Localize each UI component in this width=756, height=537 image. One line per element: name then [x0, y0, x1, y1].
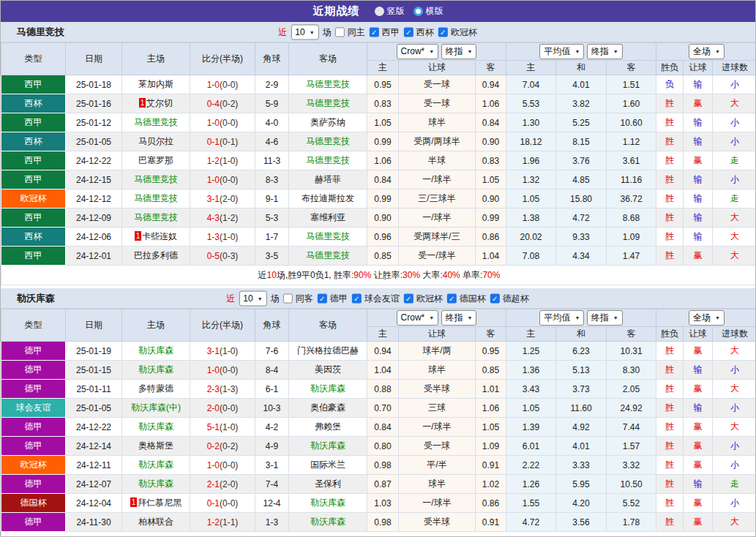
radio-icon[interactable] — [413, 7, 423, 16]
home-team-link[interactable]: 勒沃库森 — [122, 475, 190, 494]
home-team-link[interactable]: 马德里竞技 — [122, 209, 190, 228]
away-team-link[interactable]: 勒沃库森 — [289, 380, 367, 399]
home-team-link[interactable]: 马贝尔拉 — [122, 132, 190, 151]
score-link[interactable]: 1-2(1-0) — [190, 151, 255, 170]
view-mode-radio-vertical[interactable]: 竖版 — [375, 5, 405, 18]
home-team-link[interactable]: 莱加内斯 — [122, 75, 190, 94]
avg-odds-select[interactable]: 平均值▼ — [539, 44, 584, 59]
away-team-link[interactable]: 美因茨 — [289, 361, 367, 380]
league-filter-checkbox[interactable]: ✓ — [447, 293, 457, 303]
away-team-link[interactable]: 赫塔菲 — [289, 170, 367, 189]
away-team-link[interactable]: 门兴格拉德巴赫 — [289, 342, 367, 361]
away-team-link[interactable]: 布拉迪斯拉发 — [289, 189, 367, 209]
score-link[interactable]: 5-1(1-0) — [190, 418, 255, 437]
away-team-link[interactable]: 马德里竞技 — [289, 247, 367, 266]
result-scope-group: 全场▼ — [656, 309, 756, 327]
score-link[interactable]: 2-0(0-0) — [190, 399, 255, 418]
score-link[interactable]: 1-0(0-0) — [190, 456, 255, 475]
away-team-link[interactable]: 勒沃库森 — [289, 513, 367, 532]
score-link[interactable]: 2-3(1-3) — [190, 380, 255, 399]
score-link[interactable]: 2-1(2-0) — [190, 475, 255, 494]
match-row: 球会友谊 25-01-05 勒沃库森(中) 2-0(0-0) 10-3 奥伯豪森… — [1, 399, 756, 418]
score-link[interactable]: 1-0(0-0) — [190, 361, 255, 380]
chevron-down-icon: ▼ — [715, 315, 720, 320]
home-team-link[interactable]: 勒沃库森 — [122, 418, 190, 437]
odds-stage-select[interactable]: 终指▼ — [441, 44, 477, 59]
score-link[interactable]: 3-1(2-0) — [190, 189, 255, 209]
league-filter-checkbox[interactable]: ✓ — [404, 293, 413, 303]
score-link[interactable]: 0-5(0-3) — [190, 247, 255, 266]
away-team-link[interactable]: 马德里竞技 — [289, 228, 367, 247]
score-link[interactable]: 1-0(0-0) — [190, 75, 255, 94]
team-text: 巴塞罗那 — [138, 155, 173, 165]
league-filter-checkbox[interactable]: ✓ — [404, 27, 413, 37]
view-mode-radio-horizontal[interactable]: 横版 — [413, 5, 444, 18]
score-link[interactable]: 4-3(1-2) — [190, 209, 255, 228]
score-link[interactable]: 1-0(0-0) — [190, 170, 255, 189]
away-team-link[interactable]: 马德里竞技 — [289, 94, 367, 113]
league-filter-checkbox[interactable]: ✓ — [490, 293, 500, 303]
away-team-link[interactable]: 国际米兰 — [289, 456, 367, 475]
score-link[interactable]: 0-1(0-0) — [190, 494, 255, 513]
away-team-link[interactable]: 奥伯豪森 — [289, 399, 367, 418]
home-team-link[interactable]: 柏林联合 — [122, 513, 190, 532]
avg-draw-odds: 8.15 — [556, 132, 607, 151]
scope-select[interactable]: 全场▼ — [689, 44, 725, 59]
home-team-link[interactable]: 勒沃库森 — [122, 456, 190, 475]
recent-count-select[interactable]: 10▼ — [291, 24, 318, 40]
result-winloss: 胜 — [656, 247, 684, 266]
away-team-link[interactable]: 勒沃库森 — [289, 437, 367, 456]
avg-odds-select[interactable]: 平均值▼ — [539, 310, 584, 326]
odds-provider-select[interactable]: Crow*▼ — [397, 310, 439, 326]
away-team-link[interactable]: 马德里竞技 — [289, 151, 367, 170]
match-row: 德甲 24-12-07 勒沃库森 2-1(2-0) 7-4 圣保利 0.87 球… — [1, 475, 756, 494]
avg-stage-select[interactable]: 终指▼ — [587, 44, 623, 59]
venue-filter-checkbox[interactable] — [335, 27, 345, 37]
home-team-link[interactable]: 1卡些连奴 — [122, 228, 190, 247]
away-team-link[interactable]: 马德里竞技 — [289, 132, 367, 151]
home-team-link[interactable]: 勒沃库森 — [122, 361, 190, 380]
score-link[interactable]: 1-0(0-0) — [190, 113, 255, 132]
league-filter-checkbox[interactable]: ✓ — [370, 27, 379, 37]
home-team-link[interactable]: 多特蒙德 — [122, 380, 190, 399]
home-team-link[interactable]: 马德里竞技 — [122, 189, 190, 209]
team-name: 勒沃库森 — [1, 292, 55, 305]
away-team-link[interactable]: 奥萨苏纳 — [289, 113, 367, 132]
avg-away-odds: 3.32 — [607, 456, 656, 475]
home-team-link[interactable]: 马德里竞技 — [122, 170, 190, 189]
score-link[interactable]: 3-1(1-0) — [190, 342, 255, 361]
venue-filter-checkbox[interactable] — [283, 293, 293, 303]
scope-select[interactable]: 全场▼ — [689, 310, 725, 326]
corners-value: 7-4 — [255, 475, 289, 494]
away-team-link[interactable]: 塞维利亚 — [289, 209, 367, 228]
score-link[interactable]: 0-4(0-2) — [190, 94, 255, 113]
league-badge: 西甲 — [1, 113, 66, 132]
score-link[interactable]: 0-2(0-2) — [190, 437, 255, 456]
radio-icon[interactable] — [375, 7, 384, 16]
score-link[interactable]: 1-2(1-1) — [190, 513, 255, 532]
home-team-link[interactable]: 1艾尔切 — [122, 94, 190, 113]
away-team-link[interactable]: 勒沃库森 — [289, 494, 367, 513]
match-date: 25-01-12 — [66, 113, 122, 132]
home-team-link[interactable]: 1拜仁慕尼黑 — [122, 494, 190, 513]
home-team-link[interactable]: 巴塞罗那 — [122, 151, 190, 170]
odds-stage-select[interactable]: 终指▼ — [441, 310, 477, 326]
result-handicap: 赢 — [684, 247, 713, 266]
home-team-link[interactable]: 马德里竞技 — [122, 113, 190, 132]
score-link[interactable]: 0-1(0-1) — [190, 132, 255, 151]
league-filter-checkbox[interactable]: ✓ — [318, 293, 327, 303]
away-team-link[interactable]: 弗赖堡 — [289, 418, 367, 437]
halftime-score: (0-2) — [220, 99, 238, 109]
home-team-link[interactable]: 勒沃库森(中) — [122, 399, 190, 418]
odds-provider-select[interactable]: Crow*▼ — [397, 44, 439, 59]
avg-stage-select[interactable]: 终指▼ — [587, 310, 623, 326]
league-filter-checkbox[interactable]: ✓ — [352, 293, 362, 303]
league-filter-checkbox[interactable]: ✓ — [438, 27, 448, 37]
home-team-link[interactable]: 奥格斯堡 — [122, 437, 190, 456]
score-link[interactable]: 1-3(1-0) — [190, 228, 255, 247]
home-team-link[interactable]: 勒沃库森 — [122, 342, 190, 361]
recent-count-select[interactable]: 10▼ — [239, 290, 266, 306]
away-team-link[interactable]: 圣保利 — [289, 475, 367, 494]
away-team-link[interactable]: 马德里竞技 — [289, 75, 367, 94]
home-team-link[interactable]: 巴拉多利德 — [122, 247, 190, 266]
